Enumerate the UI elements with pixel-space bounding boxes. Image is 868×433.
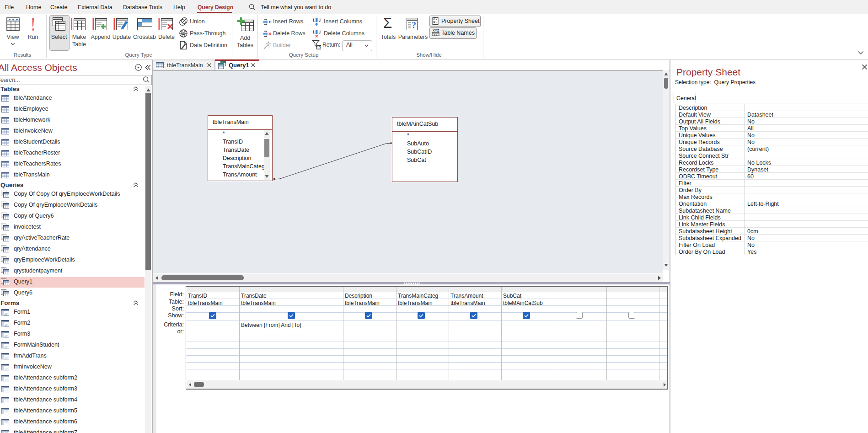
svg-text:10: 10	[317, 46, 321, 49]
svg-text:XYZ: XYZ	[433, 28, 439, 32]
svg-text:?: ?	[412, 20, 416, 30]
